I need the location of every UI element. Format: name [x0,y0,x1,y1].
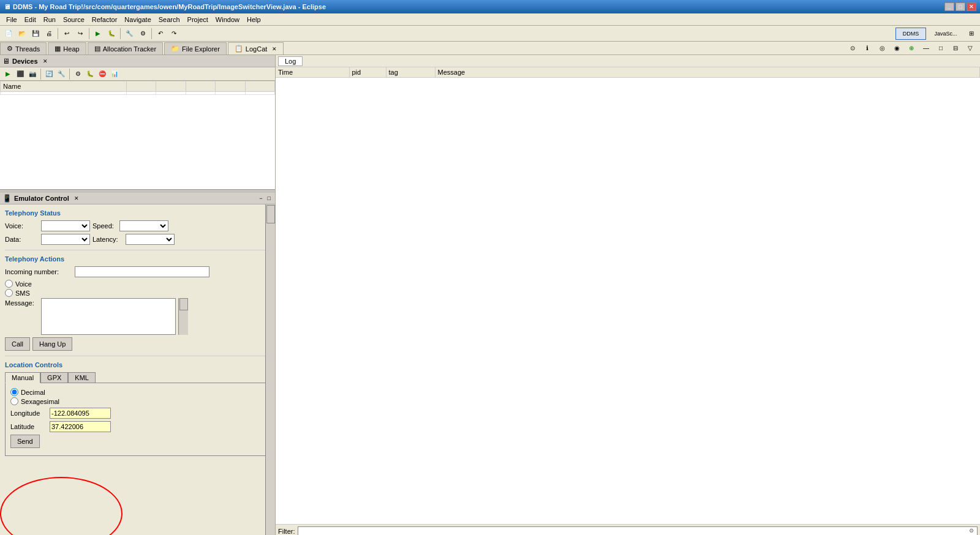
location-controls-section: Location Controls Manual GPX KML Decimal [5,361,270,456]
menu-project[interactable]: Project [184,15,212,24]
close-button[interactable]: ✕ [967,2,976,11]
menu-refactor[interactable]: Refactor [88,15,121,24]
open-perspective[interactable]: ⊞ [965,28,978,40]
icon-btn-1[interactable]: ⊙ [846,42,859,54]
location-manual-content: Decimal Sexagesimal Longitude Latitude [5,383,270,456]
devices-btn-settings[interactable]: 🔧 [56,69,67,80]
emulator-content: Telephony Status Voice: Speed: Data: Lat… [0,204,275,535]
perspective-java[interactable]: JavaSc... [927,28,964,40]
logcat-tab-close[interactable]: ✕ [272,46,277,52]
debug-button[interactable]: 🐛 [105,28,118,40]
ddms-tab-bar: ⚙ Threads ▦ Heap ▤ Allocation Tracker 📁 … [0,42,980,55]
devices-close-icon[interactable]: ✕ [43,58,48,64]
voice-select[interactable] [41,220,90,231]
run-button[interactable]: ▶ [92,28,104,40]
icon-btn-2[interactable]: ℹ [861,42,873,54]
devices-btn-stop[interactable]: ⬛ [15,69,26,80]
left-panel: 🖥 Devices ✕ ▶ ⬛ 📷 🔄 🔧 ⚙ 🐛 ⛔ 📊 [0,55,276,535]
emulator-maximize-btn[interactable]: □ [266,195,273,202]
tb-btn-4[interactable]: ⚙ [137,28,149,40]
main-layout: 🖥 Devices ✕ ▶ ⬛ 📷 🔄 🔧 ⚙ 🐛 ⛔ 📊 [0,55,980,535]
devices-btn-start[interactable]: ▶ [2,69,13,80]
incoming-number-input[interactable] [75,266,209,277]
minimize-button[interactable]: _ [944,2,954,11]
message-textarea[interactable] [41,298,176,335]
incoming-number-label: Incoming number: [5,268,72,275]
speed-select[interactable] [119,220,168,231]
sexagesimal-radio[interactable] [10,397,18,405]
perspective-ddms[interactable]: DDMS [895,28,926,40]
devices-btn-refresh[interactable]: 🔄 [43,69,55,80]
open-button[interactable]: 📂 [16,28,28,40]
tb-btn-5[interactable]: ↶ [154,28,167,40]
longitude-input[interactable] [50,408,111,419]
col-tag: tag [386,67,435,78]
save-button[interactable]: 💾 [29,28,42,40]
send-button[interactable]: Send [10,435,40,448]
location-tab-gpx[interactable]: GPX [40,372,68,383]
menu-window[interactable]: Window [212,15,243,24]
location-tab-kml[interactable]: KML [68,372,96,383]
devices-btn-bug[interactable]: 🐛 [85,69,96,80]
logcat-log-tab[interactable]: Log [278,56,303,66]
latitude-label: Latitude [10,423,47,430]
col-3 [156,81,186,92]
devices-btn-stop-red[interactable]: ⛔ [97,69,108,80]
tb-btn-6[interactable]: ↷ [168,28,180,40]
tab-logcat[interactable]: 📋 LogCat ✕ [228,42,284,54]
emulator-panel: 📱 Emulator Control ✕ − □ Telephony Statu… [0,192,275,535]
col-6 [245,81,274,92]
decimal-label: Decimal [21,389,45,396]
telephony-status-title: Telephony Status [5,209,270,217]
menu-source[interactable]: Source [59,15,88,24]
new-button[interactable]: 📄 [2,28,15,40]
tab-threads[interactable]: ⚙ Threads [0,42,47,54]
menu-help[interactable]: Help [243,15,265,24]
print-button[interactable]: 🖨 [43,28,55,40]
latitude-input[interactable] [50,421,111,432]
voice-radio[interactable] [5,280,13,288]
menu-navigate[interactable]: Navigate [121,15,154,24]
data-select[interactable] [41,234,90,245]
message-label: Message: [5,298,39,307]
icon-btn-4[interactable]: ◉ [891,42,903,54]
devices-btn-chart[interactable]: 📊 [109,69,120,80]
icon-btn-6[interactable]: — [920,42,932,54]
menu-edit[interactable]: Edit [21,15,40,24]
maximize-button[interactable]: □ [956,2,965,11]
col-2 [127,81,156,92]
toolbar-btn-2[interactable]: ↪ [74,28,86,40]
latency-select[interactable] [126,234,175,245]
emulator-close-icon[interactable]: ✕ [74,195,79,201]
tb-btn-3[interactable]: 🔧 [123,28,135,40]
menu-file[interactable]: File [2,15,21,24]
tab-file-explorer[interactable]: 📁 File Explorer [164,42,227,54]
threads-icon: ⚙ [7,45,13,53]
menu-run[interactable]: Run [40,15,59,24]
location-tab-manual[interactable]: Manual [5,372,40,383]
icon-btn-8[interactable]: ⊟ [949,42,962,54]
icon-btn-9[interactable]: ▽ [964,42,976,54]
tab-heap[interactable]: ▦ Heap [48,42,86,54]
filter-input[interactable] [298,526,978,536]
devices-btn-debug[interactable]: ⚙ [72,69,83,80]
icon-btn-7[interactable]: □ [935,42,947,54]
col-pid: pid [349,67,386,78]
emulator-minimize-btn[interactable]: − [257,195,264,202]
decimal-radio[interactable] [10,388,18,396]
col-4 [186,81,215,92]
sms-radio[interactable] [5,289,13,297]
table-row[interactable] [1,92,275,95]
menu-search[interactable]: Search [155,15,184,24]
toolbar-btn-1[interactable]: ↩ [61,28,73,40]
hang-up-button[interactable]: Hang Up [32,337,72,351]
tab-allocation-tracker[interactable]: ▤ Allocation Tracker [88,42,163,54]
icon-btn-3[interactable]: ◎ [876,42,888,54]
devices-panel-header: 🖥 Devices ✕ [0,55,275,67]
icon-btn-5[interactable]: ⊕ [905,42,918,54]
telephony-actions-section: Telephony Actions Incoming number: Voice… [5,255,270,335]
title-bar-title: 🖥 DDMS - My Road Trip!/src/com/quarterga… [4,3,326,10]
devices-btn-screenshot[interactable]: 📷 [27,69,38,80]
main-toolbar: 📄 📂 💾 🖨 ↩ ↪ ▶ 🐛 🔧 ⚙ ↶ ↷ DDMS JavaSc... ⊞ [0,26,980,42]
call-button[interactable]: Call [5,337,30,351]
